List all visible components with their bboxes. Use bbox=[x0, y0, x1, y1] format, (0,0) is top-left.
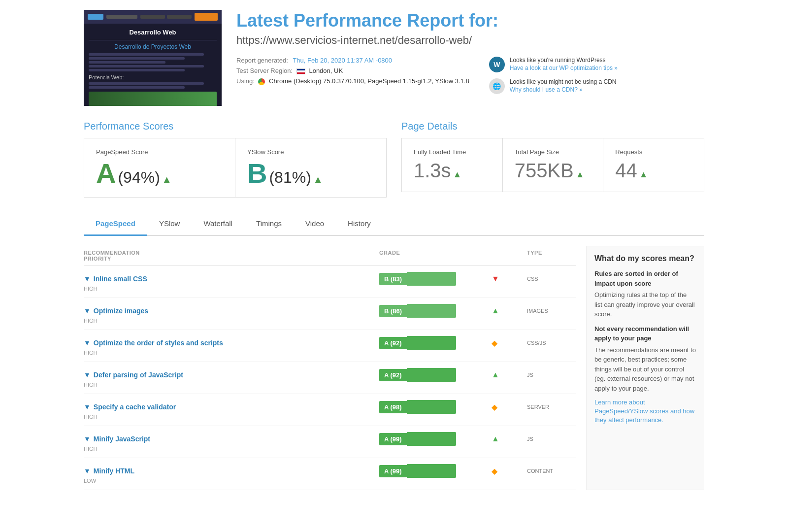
rec-label: Minify HTML bbox=[94, 467, 134, 475]
row-toggle-icon: ▼ bbox=[84, 307, 91, 315]
yslow-label: YSlow Score bbox=[247, 148, 374, 156]
grade-value: B (86) bbox=[379, 305, 407, 317]
grade-cell: A (98) bbox=[379, 400, 488, 414]
side-learn-more-link[interactable]: Learn more about PageSpeed/YSlow scores … bbox=[594, 399, 694, 424]
row-toggle-icon: ▼ bbox=[84, 467, 91, 475]
col-grade: GRADE bbox=[379, 250, 488, 256]
side-panel-title: What do my scores mean? bbox=[594, 254, 696, 263]
requests-item: Requests 44 ▲ bbox=[603, 138, 704, 192]
requests-value: 44 bbox=[615, 160, 637, 182]
using-label: Using: bbox=[236, 77, 255, 85]
side-block2-title: Not every recommendation will apply to y… bbox=[594, 324, 696, 343]
grade-bar bbox=[407, 432, 456, 446]
grade-value: B (83) bbox=[379, 273, 407, 285]
grade-value: A (98) bbox=[379, 401, 407, 413]
pagespeed-arrow: ▲ bbox=[162, 174, 172, 185]
trend-up-icon: ▲ bbox=[492, 370, 499, 379]
row-toggle-icon: ▼ bbox=[84, 371, 91, 379]
using-row: Using: Chrome (Desktop) 75.0.3770.100, P… bbox=[236, 77, 469, 85]
test-server-value: London, UK bbox=[309, 67, 343, 74]
notice2-link[interactable]: Why should I use a CDN? » bbox=[510, 86, 583, 93]
performance-scores-title: Performance Scores bbox=[84, 121, 387, 132]
loaded-time-item: Fully Loaded Time 1.3s ▲ bbox=[402, 138, 503, 192]
side-block2: Not every recommendation will apply to y… bbox=[594, 324, 696, 394]
tab-history[interactable]: History bbox=[336, 212, 383, 236]
trend-cell: ◆ bbox=[488, 466, 527, 476]
rec-label: Specify a cache validator bbox=[94, 403, 176, 411]
type-value: JS bbox=[527, 436, 576, 442]
grade-value: A (92) bbox=[379, 369, 407, 381]
rec-name[interactable]: ▼ Inline small CSS bbox=[84, 275, 379, 283]
header-info: Latest Performance Report for: https://w… bbox=[236, 10, 704, 106]
meta-right: W Looks like you're running WordPress Ha… bbox=[489, 57, 618, 94]
tab-pagespeed[interactable]: PageSpeed bbox=[84, 212, 147, 236]
table-row: ▼ Optimize the order of styles and scrip… bbox=[84, 330, 576, 362]
trend-diamond-icon: ◆ bbox=[492, 467, 497, 475]
notice1-title: Looks like you're running WordPress bbox=[510, 57, 618, 64]
cdn-notice: 🌐 Looks like you might not be using a CD… bbox=[489, 78, 618, 94]
loaded-time-value: 1.3s bbox=[414, 160, 451, 182]
tab-waterfall[interactable]: Waterfall bbox=[192, 212, 244, 236]
type-value: IMAGES bbox=[527, 308, 576, 314]
rec-name[interactable]: ▼ Specify a cache validator bbox=[84, 403, 379, 411]
trend-cell: ▲ bbox=[488, 370, 527, 379]
table-row: ▼ Specify a cache validator A (98) ◆ SER… bbox=[84, 394, 576, 426]
content-area: RECOMMENDATION GRADE TYPE PRIORITY ▼ Inl… bbox=[84, 236, 704, 490]
tabs-section: PageSpeed YSlow Waterfall Timings Video … bbox=[84, 212, 704, 236]
report-url: https://www.servicios-internet.net/desar… bbox=[236, 34, 704, 47]
generated-value: Thu, Feb 20, 2020 11:37 AM -0800 bbox=[293, 57, 392, 64]
pagespeed-label: PageSpeed Score bbox=[96, 148, 223, 156]
side-panel: What do my scores mean? Rules are sorted… bbox=[586, 246, 704, 490]
tab-yslow[interactable]: YSlow bbox=[147, 212, 192, 236]
performance-scores-panel: Performance Scores PageSpeed Score A (94… bbox=[84, 121, 387, 198]
pagespeed-pct: (94%) bbox=[118, 168, 160, 187]
wordpress-notice: W Looks like you're running WordPress Ha… bbox=[489, 57, 618, 72]
side-block1-text: Optimizing rules at the top of the list … bbox=[594, 291, 695, 318]
test-server-row: Test Server Region: London, UK bbox=[236, 67, 469, 74]
loaded-time-arrow: ▲ bbox=[453, 169, 462, 180]
rec-name[interactable]: ▼ Optimize images bbox=[84, 307, 379, 315]
page-size-value: 755KB bbox=[515, 160, 574, 182]
side-block1: Rules are sorted in order of impact upon… bbox=[594, 269, 696, 319]
notice2-title: Looks like you might not be using a CDN bbox=[510, 78, 617, 85]
tab-timings[interactable]: Timings bbox=[244, 212, 294, 236]
grade-cell: A (92) bbox=[379, 336, 488, 350]
table-row: ▼ Minify HTML A (99) ◆ CONTENT LOW bbox=[84, 458, 576, 490]
trend-cell: ◆ bbox=[488, 402, 527, 412]
generated-label: Report generated: bbox=[236, 57, 288, 64]
rec-name[interactable]: ▼ Minify HTML bbox=[84, 467, 379, 475]
rec-label: Defer parsing of JavaScript bbox=[94, 371, 183, 379]
grade-cell: B (83) bbox=[379, 272, 488, 286]
page-details-title: Page Details bbox=[401, 121, 704, 132]
grade-cell: A (99) bbox=[379, 464, 488, 478]
type-value: SERVER bbox=[527, 404, 576, 410]
grade-bar bbox=[407, 336, 456, 350]
grade-cell: A (99) bbox=[379, 432, 488, 446]
priority-value: HIGH bbox=[84, 318, 379, 324]
cdn-icon: 🌐 bbox=[489, 78, 505, 94]
wordpress-icon: W bbox=[489, 57, 505, 72]
col-priority: PRIORITY bbox=[84, 256, 379, 262]
grade-bar bbox=[407, 272, 456, 286]
rec-name[interactable]: ▼ Defer parsing of JavaScript bbox=[84, 371, 379, 379]
rec-name[interactable]: ▼ Optimize the order of styles and scrip… bbox=[84, 339, 379, 347]
trend-cell: ▼ bbox=[488, 274, 527, 283]
pagespeed-score: PageSpeed Score A (94%) ▲ bbox=[84, 138, 235, 197]
row-toggle-icon: ▼ bbox=[84, 275, 91, 283]
priority-value: LOW bbox=[84, 478, 379, 484]
flag-icon bbox=[296, 68, 305, 74]
tab-video[interactable]: Video bbox=[294, 212, 336, 236]
yslow-pct: (81%) bbox=[269, 168, 311, 187]
yslow-letter: B bbox=[247, 160, 267, 187]
notice1-link[interactable]: Have a look at our WP optimization tips … bbox=[510, 65, 618, 71]
trend-diamond-icon: ◆ bbox=[492, 403, 497, 411]
priority-value: HIGH bbox=[84, 350, 379, 356]
page-details-panel: Page Details Fully Loaded Time 1.3s ▲ To… bbox=[401, 121, 704, 198]
rec-name[interactable]: ▼ Minify JavaScript bbox=[84, 435, 379, 443]
table-row: ▼ Defer parsing of JavaScript A (92) ▲ J… bbox=[84, 362, 576, 394]
trend-cell: ▲ bbox=[488, 306, 527, 315]
yslow-score: YSlow Score B (81%) ▲ bbox=[235, 138, 386, 197]
pagespeed-letter: A bbox=[96, 160, 116, 187]
type-value: CSS/JS bbox=[527, 340, 576, 346]
grade-value: A (99) bbox=[379, 433, 407, 445]
